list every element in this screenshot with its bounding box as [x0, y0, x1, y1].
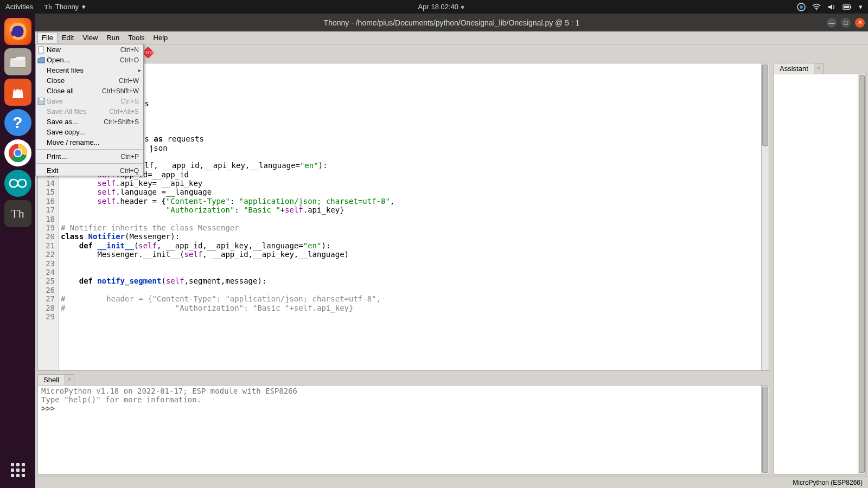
- toolbar: STOP: [35, 44, 868, 61]
- firefox-icon: [8, 22, 28, 41]
- stop-icon: STOP: [143, 51, 154, 55]
- file-menu-save-as-[interactable]: Save as...Ctrl+Shift+S: [36, 117, 143, 127]
- new-icon: [37, 46, 45, 54]
- wifi-icon: [812, 3, 821, 11]
- dock-help[interactable]: ?: [4, 109, 31, 136]
- thonny-window: Thonny - /home/pius/Documents/python/One…: [35, 14, 868, 488]
- thonny-logo-icon: Th: [44, 3, 52, 11]
- dock-firefox[interactable]: [4, 18, 31, 45]
- file-menu-save-copy-[interactable]: Save copy...: [36, 127, 143, 137]
- menu-view[interactable]: View: [78, 32, 102, 43]
- chrome-icon: [7, 142, 29, 164]
- file-menu-print-[interactable]: Print...Ctrl+P: [36, 151, 143, 162]
- shell-output: MicroPython v1.18 on 2022-01-17; ESP mod…: [41, 387, 765, 395]
- chrome-indicator-icon[interactable]: [797, 3, 806, 11]
- dock-thonny[interactable]: Th: [4, 200, 31, 227]
- maximize-button[interactable]: □: [841, 18, 851, 28]
- file-menu-recent-files[interactable]: Recent files: [36, 65, 143, 75]
- editor-scrollbar[interactable]: [761, 63, 769, 370]
- svg-rect-5: [844, 6, 849, 8]
- code-editor[interactable]: 1314151617181920212223242526272829 tsts …: [37, 63, 769, 371]
- app-menu[interactable]: Th Thonny ▾: [44, 3, 86, 11]
- chevron-down-icon: ▾: [859, 3, 863, 11]
- svg-rect-7: [10, 60, 25, 67]
- app-menu-label: Thonny: [55, 3, 79, 11]
- file-menu-dropdown: NewCtrl+NOpen...Ctrl+ORecent filesCloseC…: [35, 44, 144, 176]
- menubar: File Edit View Run Tools Help NewCtrl+NO…: [35, 31, 868, 44]
- assistant-panel: [774, 74, 866, 474]
- close-button[interactable]: ✕: [855, 18, 865, 28]
- chevron-down-icon: ▾: [82, 3, 86, 11]
- battery-icon: [843, 4, 852, 10]
- dock-arduino[interactable]: [4, 170, 31, 197]
- statusbar: MicroPython (ESP8266): [35, 477, 868, 488]
- assistant-tab-close[interactable]: ×: [814, 63, 824, 74]
- minimize-button[interactable]: —: [827, 18, 837, 28]
- system-tray[interactable]: ▾: [797, 3, 863, 11]
- menu-file[interactable]: File: [37, 32, 58, 43]
- file-menu-save: SaveCtrl+S: [36, 96, 143, 106]
- file-menu-open-[interactable]: Open...Ctrl+O: [36, 55, 143, 65]
- code-area[interactable]: tsts as requestss jsonelf, __app_id,__ap…: [59, 63, 769, 370]
- file-menu-move-rename-[interactable]: Move / rename...: [36, 137, 143, 147]
- svg-point-2: [816, 9, 817, 10]
- question-icon: ?: [12, 113, 22, 132]
- arduino-icon: [8, 178, 28, 189]
- gnome-topbar: Activities Th Thonny ▾ Apr 18 02:40 ● ▾: [0, 0, 868, 14]
- open-icon: [37, 56, 45, 64]
- thonny-icon: Th: [11, 207, 24, 221]
- clock[interactable]: Apr 18 02:40 ●: [86, 3, 797, 11]
- shell-output: Type "help()" for more information.: [41, 395, 765, 404]
- assistant-tab[interactable]: Assistant: [774, 63, 814, 74]
- menu-edit[interactable]: Edit: [58, 32, 78, 43]
- file-menu-close-all[interactable]: Close allCtrl+Shift+W: [36, 86, 143, 96]
- apps-grid-icon: [11, 463, 25, 477]
- menu-tools[interactable]: Tools: [124, 32, 149, 43]
- save-icon: [37, 98, 45, 105]
- file-menu-close[interactable]: CloseCtrl+W: [36, 75, 143, 86]
- backend-indicator[interactable]: MicroPython (ESP8266): [793, 479, 863, 486]
- shell-tab[interactable]: Shell: [37, 374, 65, 385]
- svg-point-10: [15, 150, 21, 156]
- file-menu-save-all-files: Save All filesCtrl+Alt+S: [36, 106, 143, 117]
- svg-rect-13: [40, 98, 43, 100]
- dock-apps-button[interactable]: [4, 457, 31, 484]
- file-menu-new[interactable]: NewCtrl+N: [36, 44, 143, 55]
- dock-files[interactable]: [4, 48, 31, 75]
- shell-tab-close[interactable]: ×: [65, 374, 74, 385]
- svg-rect-4: [850, 6, 851, 8]
- svg-point-1: [800, 5, 803, 9]
- shell-prompt: >>>: [41, 404, 55, 413]
- stop-button[interactable]: STOP: [142, 47, 155, 59]
- dock-software[interactable]: [4, 79, 31, 106]
- menu-help[interactable]: Help: [149, 32, 173, 43]
- window-titlebar[interactable]: Thonny - /home/pius/Documents/python/One…: [35, 14, 868, 31]
- shell-panel[interactable]: MicroPython v1.18 on 2022-01-17; ESP mod…: [37, 385, 769, 474]
- window-title: Thonny - /home/pius/Documents/python/One…: [324, 18, 580, 27]
- file-menu-exit[interactable]: ExitCtrl+Q: [36, 165, 143, 176]
- shopping-bag-icon: [10, 84, 26, 100]
- folder-icon: [9, 54, 27, 70]
- svg-rect-11: [39, 47, 43, 53]
- volume-icon: [827, 3, 836, 11]
- menu-run[interactable]: Run: [102, 32, 124, 43]
- ubuntu-dock: ? Th: [0, 14, 35, 488]
- assistant-scrollbar[interactable]: [858, 74, 865, 474]
- shell-scrollbar[interactable]: [761, 386, 769, 474]
- activities-button[interactable]: Activities: [5, 3, 33, 11]
- dock-chrome[interactable]: [4, 139, 31, 166]
